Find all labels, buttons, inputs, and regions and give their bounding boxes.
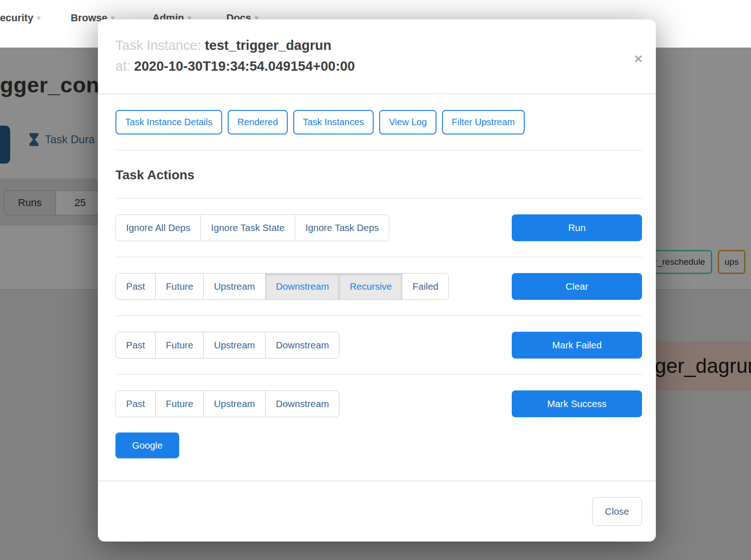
close-icon[interactable]: ✕: [634, 54, 643, 65]
execution-timestamp: 2020-10-30T19:34:54.049154+00:00: [134, 59, 355, 73]
option-recursive[interactable]: Recursive: [339, 273, 402, 300]
section-divider: [115, 150, 642, 151]
task-actions-heading: Task Actions: [115, 168, 642, 183]
option-button-group: Ignore All DepsIgnore Task StateIgnore T…: [115, 214, 389, 241]
modal-body: Task Instance DetailsRenderedTask Instan…: [98, 110, 656, 458]
rendered-button[interactable]: Rendered: [228, 110, 288, 134]
nav-item-ecurity[interactable]: ecurity▾: [0, 12, 41, 24]
modal-title-line1: Task Instance: test_trigger_dagrun: [115, 35, 638, 56]
action-row-mark-success: PastFutureUpstreamDownstreamMark Success: [115, 390, 642, 417]
header-divider: [98, 93, 656, 94]
modal-header: Task Instance: test_trigger_dagrun at: 2…: [98, 19, 656, 77]
chevron-down-icon: ▾: [36, 13, 41, 23]
option-past[interactable]: Past: [115, 390, 156, 417]
option-future[interactable]: Future: [155, 390, 204, 417]
option-button-group: PastFutureUpstreamDownstream: [115, 332, 339, 359]
close-button[interactable]: Close: [592, 497, 642, 526]
task-instance-details-button[interactable]: Task Instance Details: [115, 110, 222, 134]
option-upstream[interactable]: Upstream: [203, 273, 266, 300]
row-divider: [115, 315, 642, 316]
filter-upstream-button[interactable]: Filter Upstream: [442, 110, 525, 134]
mark-failed-button[interactable]: Mark Failed: [512, 332, 642, 359]
nav-item-label: ecurity: [0, 12, 33, 24]
mark-success-button[interactable]: Mark Success: [512, 390, 642, 417]
row-divider: [115, 198, 642, 199]
google-button[interactable]: Google: [115, 432, 179, 458]
detail-buttons-row: Task Instance DetailsRenderedTask Instan…: [115, 110, 642, 134]
run-button[interactable]: Run: [512, 214, 642, 241]
clear-button[interactable]: Clear: [512, 273, 642, 300]
view-log-button[interactable]: View Log: [379, 110, 436, 134]
action-row-run: Ignore All DepsIgnore Task StateIgnore T…: [115, 214, 642, 241]
modal-title-line2: at: 2020-10-30T19:34:54.049154+00:00: [115, 56, 638, 77]
option-ignore-all-deps[interactable]: Ignore All Deps: [115, 214, 201, 241]
option-button-group: PastFutureUpstreamDownstreamRecursiveFai…: [115, 273, 449, 300]
task-name: test_trigger_dagrun: [205, 38, 331, 53]
option-downstream[interactable]: Downstream: [265, 332, 339, 359]
option-upstream[interactable]: Upstream: [203, 390, 266, 417]
action-row-mark-failed: PastFutureUpstreamDownstreamMark Failed: [115, 332, 642, 359]
action-row-clear: PastFutureUpstreamDownstreamRecursiveFai…: [115, 273, 642, 300]
option-downstream[interactable]: Downstream: [265, 273, 339, 300]
option-ignore-task-state[interactable]: Ignore Task State: [200, 214, 295, 241]
option-button-group: PastFutureUpstreamDownstream: [115, 390, 339, 417]
option-future[interactable]: Future: [155, 332, 204, 359]
option-failed[interactable]: Failed: [402, 273, 449, 300]
action-rows: Ignore All DepsIgnore Task StateIgnore T…: [115, 198, 642, 417]
modal-footer: Close: [98, 481, 656, 542]
option-future[interactable]: Future: [155, 273, 204, 300]
option-downstream[interactable]: Downstream: [265, 390, 339, 417]
modal-at-prefix: at:: [115, 59, 130, 73]
option-past[interactable]: Past: [115, 273, 156, 300]
modal-title-prefix: Task Instance:: [115, 38, 201, 53]
option-ignore-task-deps[interactable]: Ignore Task Deps: [295, 214, 389, 241]
option-past[interactable]: Past: [115, 332, 156, 359]
option-upstream[interactable]: Upstream: [203, 332, 266, 359]
task-instances-button[interactable]: Task Instances: [293, 110, 374, 134]
task-instance-modal: Task Instance: test_trigger_dagrun at: 2…: [98, 19, 656, 542]
row-divider: [115, 256, 642, 257]
row-divider: [115, 374, 642, 375]
screen: gger_cont Task Dura Runs 25 for_reschedu…: [0, 0, 751, 560]
